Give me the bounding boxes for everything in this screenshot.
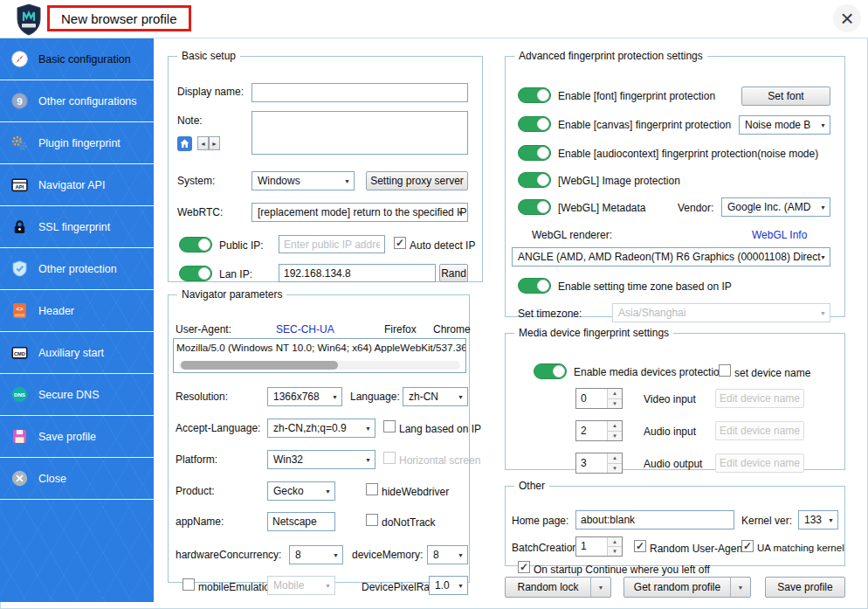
language-select[interactable]: zh-CN ▼: [403, 387, 468, 406]
do-not-track-checkbox[interactable]: [366, 514, 378, 526]
sidebar-item-secure-dns[interactable]: DNS Secure DNS: [0, 374, 154, 416]
media-protection-toggle[interactable]: [534, 363, 567, 379]
close-button[interactable]: ×: [833, 4, 861, 32]
user-agent-input[interactable]: Mozilla/5.0 (Windows NT 10.0; Win64; x64…: [173, 338, 466, 373]
app-logo-icon: [16, 3, 42, 38]
webrtc-select[interactable]: [replacement mode] return to the specifi…: [251, 203, 468, 222]
webgl-renderer-label: WebGL renderer:: [532, 229, 612, 241]
up-arrow-icon[interactable]: ▲: [607, 537, 622, 547]
canvas-noise-select[interactable]: Noise mode B ▼: [739, 115, 830, 135]
public-ip-input[interactable]: [279, 235, 385, 253]
sidebar-item-other-configurations[interactable]: 9 Other configurations: [0, 80, 154, 122]
appname-input[interactable]: [267, 512, 335, 531]
auto-detect-ip-checkbox[interactable]: ✓: [394, 237, 406, 249]
sidebar-item-close[interactable]: Close: [0, 458, 154, 500]
mobile-emulation-checkbox[interactable]: [183, 578, 195, 591]
lan-ip-input[interactable]: [279, 264, 436, 282]
down-arrow-icon[interactable]: ▼: [607, 547, 622, 556]
on-startup-checkbox[interactable]: ✓: [518, 561, 530, 573]
down-arrow-icon[interactable]: ▼: [607, 464, 622, 474]
timezone-value: Asia/Shanghai: [618, 307, 685, 319]
sidebar-item-ssl-fingerprint[interactable]: SSL fingerprint: [0, 206, 154, 248]
check-icon: ✓: [520, 561, 528, 573]
webgl-renderer-select[interactable]: ANGLE (AMD, AMD Radeon(TM) R6 Graphics (…: [512, 247, 830, 266]
rand-button[interactable]: Rand: [439, 264, 468, 282]
vendor-select[interactable]: Google Inc. (AMD ▼: [721, 197, 830, 217]
sidebar-item-navigator-api[interactable]: API Navigator API: [0, 164, 154, 206]
save-profile-button[interactable]: Save profile: [765, 577, 845, 598]
device-pixel-ratio-select[interactable]: 1.0 ▼: [429, 576, 468, 595]
random-lock-button[interactable]: Random lock ▼: [505, 577, 611, 598]
horizontal-scrollbar[interactable]: [179, 361, 460, 370]
note-prev-button[interactable]: ◄: [197, 136, 209, 150]
home-icon[interactable]: [177, 136, 192, 151]
note-input[interactable]: [251, 111, 468, 155]
public-ip-toggle[interactable]: [179, 237, 212, 253]
home-page-label: Home page:: [512, 515, 568, 527]
setting-proxy-server-button[interactable]: Setting proxy server: [366, 171, 468, 190]
setting-proxy-server-label: Setting proxy server: [370, 175, 464, 187]
dropdown-arrow-icon: ▼: [332, 394, 338, 400]
webgl-image-toggle[interactable]: [518, 172, 551, 188]
display-name-input[interactable]: [251, 83, 468, 102]
set-font-button[interactable]: Set font: [741, 87, 830, 106]
random-user-agent-checkbox[interactable]: ✓: [634, 540, 646, 552]
random-lock-label: Random lock: [506, 581, 590, 593]
batch-creation-label: BatchCreation:: [512, 542, 581, 554]
dropdown-arrow-icon[interactable]: ▼: [590, 578, 610, 597]
on-startup-label: On startup Continue where you left off: [534, 564, 710, 576]
sidebar-item-label: Secure DNS: [38, 389, 99, 401]
hardware-concurrency-select[interactable]: 8 ▼: [289, 545, 343, 564]
up-arrow-icon[interactable]: ▲: [607, 389, 622, 399]
sidebar-item-save-profile[interactable]: Save profile: [0, 416, 154, 458]
language-label: Language:: [350, 391, 400, 403]
sidebar-item-header[interactable]: <> Header: [0, 290, 154, 332]
product-select[interactable]: Gecko ▼: [267, 481, 335, 501]
webgl-info-link[interactable]: WebGL Info: [752, 229, 807, 241]
sidebar-item-auxiliary-start[interactable]: CMD Auxiliary start: [0, 332, 154, 374]
dropdown-arrow-icon[interactable]: ▼: [730, 578, 750, 597]
scrollbar-thumb[interactable]: [181, 361, 338, 370]
down-arrow-icon[interactable]: ▼: [607, 432, 622, 441]
set-device-name-checkbox[interactable]: [719, 364, 731, 377]
hardware-concurrency-label: hardwareConcurrency:: [176, 549, 281, 561]
timezone-select: Asia/Shanghai ▼: [612, 303, 830, 322]
ua-matching-kernel-checkbox[interactable]: ✓: [741, 540, 754, 552]
resolution-select[interactable]: 1366x768 ▼: [267, 387, 342, 406]
chrome-link[interactable]: Chrome: [433, 323, 471, 336]
sidebar-item-basic-configuration[interactable]: Basic configuration: [0, 38, 154, 80]
timezone-by-ip-toggle[interactable]: [518, 278, 551, 294]
batch-creation-stepper[interactable]: 1 ▲▼: [575, 536, 623, 557]
lang-based-on-ip-checkbox[interactable]: [383, 420, 396, 433]
lan-ip-toggle[interactable]: [179, 266, 212, 281]
audiocontext-protection-toggle[interactable]: [518, 145, 551, 161]
system-select[interactable]: Windows ▼: [251, 171, 355, 190]
hide-webdriver-checkbox[interactable]: [366, 483, 378, 495]
sidebar-item-plugin-fingerprint[interactable]: Plugin fingerprint: [0, 122, 154, 164]
firefox-link[interactable]: Firefox: [384, 323, 417, 336]
sec-ch-ua-link[interactable]: SEC-CH-UA: [276, 323, 334, 336]
up-arrow-icon[interactable]: ▲: [607, 421, 622, 432]
media-device-legend: Media device fingerprint settings: [514, 327, 673, 339]
audio-output-stepper[interactable]: 3 ▲▼: [575, 453, 623, 474]
batch-creation-value: 1: [581, 540, 587, 552]
audio-input-stepper[interactable]: 2 ▲▼: [575, 420, 623, 441]
set-font-label: Set font: [768, 90, 803, 102]
dropdown-arrow-icon: ▼: [365, 457, 371, 463]
kernel-ver-select[interactable]: 133 ▼: [798, 510, 838, 529]
home-page-input[interactable]: [575, 510, 734, 529]
sidebar-item-other-protection[interactable]: Other protection: [0, 248, 154, 290]
platform-select[interactable]: Win32 ▼: [267, 450, 375, 469]
webgl-metadata-toggle[interactable]: [518, 199, 551, 215]
timezone-by-ip-label: Enable setting time zone based on IP: [558, 280, 732, 293]
up-arrow-icon[interactable]: ▲: [607, 453, 622, 464]
accept-language-select[interactable]: zh-CN,zh;q=0.9 ▼: [267, 419, 375, 438]
note-next-button[interactable]: ►: [209, 136, 220, 150]
down-arrow-icon[interactable]: ▼: [607, 399, 622, 409]
canvas-protection-toggle[interactable]: [518, 116, 551, 132]
video-input-stepper[interactable]: 0 ▲▼: [575, 388, 623, 409]
device-memory-select[interactable]: 8 ▼: [427, 545, 468, 564]
hardware-concurrency-value: 8: [295, 549, 301, 561]
get-random-profile-button[interactable]: Get random profile ▼: [623, 577, 751, 598]
font-protection-toggle[interactable]: [518, 87, 551, 103]
